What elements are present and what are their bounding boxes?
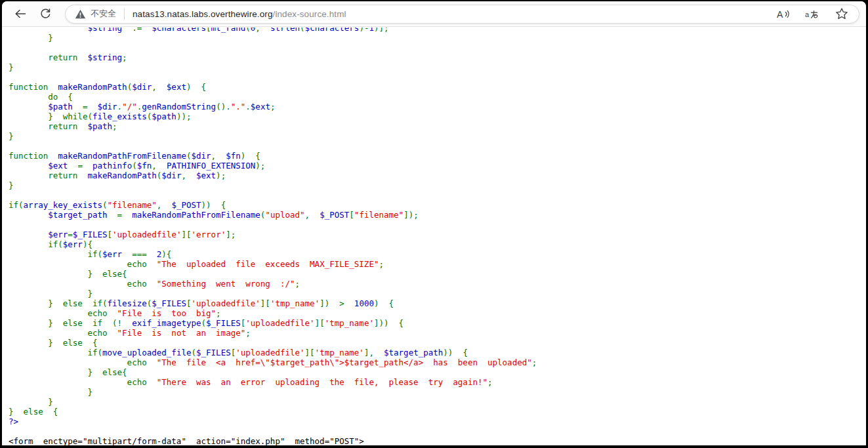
code-line: if($err === 2){ xyxy=(9,249,866,259)
code-line: do { xyxy=(9,92,866,102)
code-line: } xyxy=(9,397,866,407)
favorite-button[interactable] xyxy=(834,6,850,22)
browser-window: 不安全 natas13.natas.labs.overthewire.org/i… xyxy=(2,1,866,445)
code-line: $target_path = makeRandomPathFromFilenam… xyxy=(9,210,866,220)
code-line: $string .= $characters[mt_rand(0, strlen… xyxy=(9,28,866,33)
code-line: echo "The uploaded file exceeds MAX_FILE… xyxy=(9,259,866,269)
refresh-icon xyxy=(39,8,52,20)
read-aloud-button[interactable]: A xyxy=(775,7,792,21)
address-bar-separator xyxy=(124,9,125,20)
code-line: } xyxy=(9,387,866,397)
code-line: } else { xyxy=(9,338,866,348)
back-arrow-icon xyxy=(14,9,27,19)
code-line: function makeRandomPathFromFilename($dir… xyxy=(9,151,866,161)
svg-text:a: a xyxy=(805,10,810,18)
code-line: } else{ xyxy=(9,367,866,377)
code-line: if(move_uploaded_file($_FILES['uploadedf… xyxy=(9,348,866,357)
code-line: } else if(filesize($_FILES['uploadedfile… xyxy=(9,298,866,308)
back-button[interactable] xyxy=(10,3,31,24)
code-line: function makeRandomPath($dir, $ext) { xyxy=(9,82,866,92)
code-line: echo "There was an error uploading the f… xyxy=(9,377,866,387)
code-line xyxy=(9,426,866,436)
code-line: } xyxy=(9,62,866,72)
code-line: } xyxy=(9,180,866,190)
star-icon xyxy=(835,7,848,20)
code-line: $path = $dir."/".genRandomString().".".$… xyxy=(9,102,866,112)
warning-triangle-icon xyxy=(75,9,86,19)
code-line: return makeRandomPath($dir, $ext); xyxy=(9,171,866,180)
code-line: } xyxy=(9,289,866,298)
code-line: } while(file_exists($path)); xyxy=(9,112,866,121)
code-line: } xyxy=(9,33,866,43)
code-line: } xyxy=(9,131,866,141)
code-line: } else { xyxy=(9,407,866,417)
read-aloud-icon: A xyxy=(776,9,791,20)
code-line: echo "File is too big"; xyxy=(9,308,866,318)
translate-icon: a xyxy=(805,9,821,20)
code-line: if(array_key_exists("filename", $_POST))… xyxy=(9,200,866,210)
address-bar[interactable]: 不安全 natas13.natas.labs.overthewire.org/i… xyxy=(65,5,859,24)
url-path: /index-source.html xyxy=(273,9,346,19)
code-line: return $path; xyxy=(9,121,866,131)
page-content: $string .= $characters[mt_rand(0, strlen… xyxy=(2,28,866,445)
url-text[interactable]: natas13.natas.labs.overthewire.org/index… xyxy=(133,9,346,19)
code-line: $err=$_FILES['uploadedfile']['error']; xyxy=(9,230,866,239)
code-line: ?> xyxy=(9,417,866,426)
svg-text:A: A xyxy=(777,9,783,20)
code-line: echo "The file <a href=\"$target_path\">… xyxy=(9,357,866,367)
code-line xyxy=(9,220,866,230)
refresh-button[interactable] xyxy=(35,3,56,24)
browser-toolbar: 不安全 natas13.natas.labs.overthewire.org/i… xyxy=(2,1,866,27)
code-line: } else if (! exif_imagetype($_FILES['upl… xyxy=(9,318,866,328)
code-line: } else{ xyxy=(9,269,866,279)
code-line: echo "Something went wrong :/"; xyxy=(9,279,866,289)
code-line: if($err){ xyxy=(9,239,866,249)
code-line: <form enctype="multipart/form-data" acti… xyxy=(9,436,866,445)
code-line xyxy=(9,141,866,151)
code-line: echo "File is not an image"; xyxy=(9,328,866,338)
code-line xyxy=(9,72,866,82)
url-domain: natas13.natas.labs.overthewire.org xyxy=(133,9,273,19)
translate-button[interactable]: a xyxy=(804,7,822,21)
address-bar-actions: A a xyxy=(775,6,850,22)
code-line: $ext = pathinfo($fn, PATHINFO_EXTENSION)… xyxy=(9,161,866,171)
site-security-chip[interactable]: 不安全 xyxy=(75,8,116,20)
code-line: return $string; xyxy=(9,52,866,62)
security-label: 不安全 xyxy=(91,8,116,20)
code-line xyxy=(9,190,866,200)
source-code: $string .= $characters[mt_rand(0, strlen… xyxy=(9,28,866,445)
code-line xyxy=(9,43,866,52)
